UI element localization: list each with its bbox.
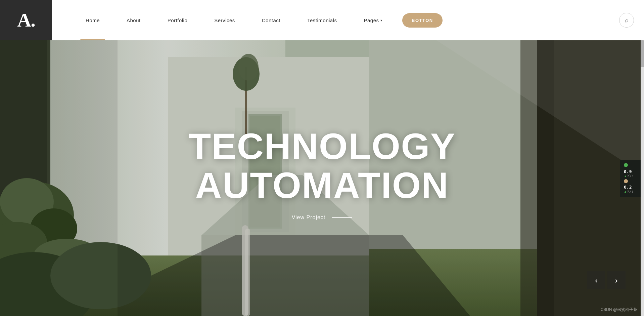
prev-arrow[interactable]: ‹: [587, 271, 605, 289]
nav-item-contact[interactable]: Contact: [248, 0, 294, 40]
speed-indicator-1: [624, 163, 640, 167]
next-arrow-icon: ›: [615, 275, 618, 285]
speed-row-1: 0.9 ▲ K/s: [624, 169, 640, 178]
search-icon: ⌕: [625, 17, 629, 24]
speed-value-1: 0.9: [624, 169, 640, 174]
cta-line-divider: [332, 217, 352, 218]
scrollbar-thumb[interactable]: [641, 40, 644, 67]
speed-unit-2: K/s: [628, 190, 634, 193]
hero-title-line1: TECHNOLOGY: [188, 127, 456, 166]
scrollbar-track[interactable]: [641, 40, 644, 316]
nav-item-pages[interactable]: Pages ▾: [351, 0, 396, 40]
orange-dot: [624, 179, 628, 183]
hero-title: TECHNOLOGY AUTOMATION: [188, 127, 456, 204]
speed-arrow-up-1: ▲: [624, 174, 627, 178]
watermark: CSDN @枫蜜柚子茶: [600, 307, 637, 313]
nav-item-services[interactable]: Services: [201, 0, 248, 40]
navbar: A. Home About Portfolio Services Contact…: [0, 0, 644, 40]
hero-section: TECHNOLOGY AUTOMATION View Project ‹ › 0…: [0, 40, 644, 316]
nav-item-about[interactable]: About: [113, 0, 154, 40]
nav-links: Home About Portfolio Services Contact Te…: [52, 0, 619, 40]
nav-item-testimonials[interactable]: Testimonials: [294, 0, 351, 40]
chevron-down-icon: ▾: [380, 18, 382, 22]
green-dot: [624, 163, 628, 167]
logo-text: A.: [17, 10, 35, 30]
speed-arrow-up-2: ▲: [624, 190, 627, 193]
cta-button[interactable]: BOTTON: [402, 13, 443, 28]
speed-unit-1: K/s: [628, 174, 634, 178]
hero-cta[interactable]: View Project: [188, 214, 456, 221]
hero-content: TECHNOLOGY AUTOMATION View Project: [188, 127, 456, 221]
hero-title-line2: AUTOMATION: [188, 165, 456, 204]
nav-item-home[interactable]: Home: [72, 0, 113, 40]
logo-block[interactable]: A.: [0, 0, 52, 40]
speed-value-2: 0.2: [624, 185, 640, 190]
nav-item-portfolio[interactable]: Portfolio: [154, 0, 201, 40]
speed-indicator-2: [624, 179, 640, 183]
search-button[interactable]: ⌕: [619, 13, 634, 28]
next-arrow[interactable]: ›: [607, 271, 626, 289]
view-project-label: View Project: [292, 214, 326, 221]
speed-row-2: 0.2 ▲ K/s: [624, 185, 640, 193]
prev-arrow-icon: ‹: [595, 275, 598, 285]
